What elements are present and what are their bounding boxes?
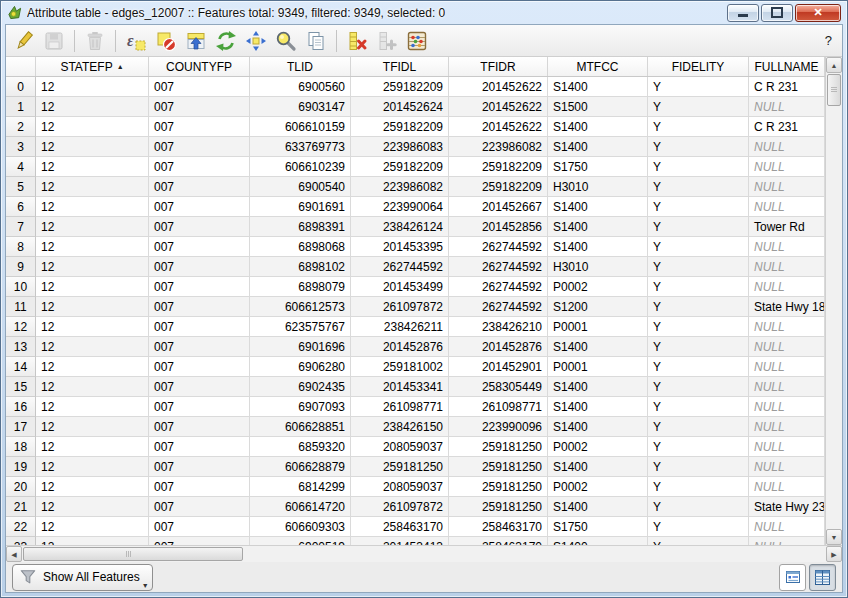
cell[interactable]: S1400	[548, 237, 648, 257]
cell[interactable]: 007	[149, 157, 250, 177]
cell[interactable]: NULL	[749, 157, 825, 177]
cell[interactable]: NULL	[749, 457, 825, 477]
cell[interactable]: 606628851	[250, 417, 351, 437]
cell[interactable]: 259181002	[351, 357, 449, 377]
cell[interactable]: 12	[36, 517, 149, 537]
column-header-fullname[interactable]: FULLNAME	[749, 57, 825, 76]
cell[interactable]: 6898391	[250, 217, 351, 237]
row-number[interactable]: 23	[6, 537, 36, 545]
cell[interactable]: 12	[36, 137, 149, 157]
cell[interactable]: 007	[149, 297, 250, 317]
cell[interactable]: 6900560	[250, 77, 351, 97]
cell[interactable]: C R 231	[749, 77, 825, 97]
cell[interactable]: S1400	[548, 457, 648, 477]
cell[interactable]: 223986082	[449, 137, 548, 157]
cell[interactable]: State Hwy 237	[749, 497, 825, 517]
cell[interactable]: 238426124	[351, 217, 449, 237]
row-number[interactable]: 5	[6, 177, 36, 197]
cell[interactable]: 223990096	[449, 417, 548, 437]
cell[interactable]: 258463170	[351, 517, 449, 537]
cell[interactable]: 262744592	[449, 277, 548, 297]
cell[interactable]: Y	[648, 257, 749, 277]
row-number[interactable]: 4	[6, 157, 36, 177]
cell[interactable]: NULL	[749, 257, 825, 277]
cell[interactable]: Y	[648, 77, 749, 97]
cell[interactable]: 12	[36, 117, 149, 137]
row-number[interactable]: 6	[6, 197, 36, 217]
cell[interactable]: 201452622	[449, 97, 548, 117]
scroll-left-button[interactable]: ◀	[6, 546, 22, 562]
cell[interactable]: 007	[149, 457, 250, 477]
toggle-editing-button[interactable]	[10, 28, 38, 54]
cell[interactable]: 6898079	[250, 277, 351, 297]
cell[interactable]: 6898068	[250, 237, 351, 257]
cell[interactable]: 007	[149, 497, 250, 517]
cell[interactable]: Y	[648, 357, 749, 377]
cell[interactable]: Y	[648, 137, 749, 157]
cell[interactable]: 12	[36, 277, 149, 297]
cell[interactable]: 007	[149, 357, 250, 377]
row-number[interactable]: 18	[6, 437, 36, 457]
cell[interactable]: 262744592	[351, 257, 449, 277]
delete-selected-button[interactable]	[81, 28, 109, 54]
help-button[interactable]: ?	[825, 33, 832, 48]
cell[interactable]: S1400	[548, 397, 648, 417]
cell[interactable]: S1400	[548, 77, 648, 97]
cell[interactable]: 261098771	[449, 397, 548, 417]
cell[interactable]: 007	[149, 337, 250, 357]
column-header-tfidl[interactable]: TFIDL	[351, 57, 449, 76]
new-column-button[interactable]	[373, 28, 401, 54]
cell[interactable]: 259181250	[449, 477, 548, 497]
titlebar[interactable]: Attribute table - edges_12007 :: Feature…	[1, 1, 847, 24]
row-number[interactable]: 3	[6, 137, 36, 157]
cell[interactable]: 259181250	[449, 457, 548, 477]
cell[interactable]: 007	[149, 437, 250, 457]
cell[interactable]: 12	[36, 97, 149, 117]
cell[interactable]: Y	[648, 197, 749, 217]
cell[interactable]: 606609303	[250, 517, 351, 537]
cell[interactable]: 12	[36, 397, 149, 417]
cell[interactable]: 201452622	[449, 117, 548, 137]
scroll-up-button[interactable]: ▲	[826, 57, 842, 73]
row-number[interactable]: 10	[6, 277, 36, 297]
show-all-features-button[interactable]: Show All Features ▼	[12, 564, 153, 591]
cell[interactable]: 007	[149, 477, 250, 497]
row-number[interactable]: 13	[6, 337, 36, 357]
cell[interactable]: 259181250	[449, 497, 548, 517]
table-view-toggle-button[interactable]	[809, 564, 836, 591]
cell[interactable]: 12	[36, 337, 149, 357]
zoom-to-selected-button[interactable]	[272, 28, 300, 54]
row-number[interactable]: 0	[6, 77, 36, 97]
delete-column-button[interactable]	[343, 28, 371, 54]
cell[interactable]: Y	[648, 237, 749, 257]
cell[interactable]: 223990064	[351, 197, 449, 217]
cell[interactable]: 606612573	[250, 297, 351, 317]
cell[interactable]: 259182209	[351, 157, 449, 177]
cell[interactable]: 201452624	[351, 97, 449, 117]
cell[interactable]: 007	[149, 277, 250, 297]
cell[interactable]: 6900519	[250, 537, 351, 545]
cell[interactable]: 201452622	[449, 77, 548, 97]
cell[interactable]: 007	[149, 117, 250, 137]
cell[interactable]: C R 231	[749, 117, 825, 137]
cell[interactable]: 261097872	[351, 497, 449, 517]
column-header-mtfcc[interactable]: MTFCC	[548, 57, 648, 76]
horizontal-scrollbar[interactable]: ◀ ▶	[6, 545, 842, 562]
cell[interactable]: 201452667	[449, 197, 548, 217]
cell[interactable]: Y	[648, 517, 749, 537]
vertical-scroll-track[interactable]	[826, 107, 842, 529]
cell[interactable]: 261098771	[351, 397, 449, 417]
cell[interactable]: Y	[648, 377, 749, 397]
cell[interactable]: 6907093	[250, 397, 351, 417]
row-number[interactable]: 22	[6, 517, 36, 537]
cell[interactable]: P0002	[548, 477, 648, 497]
minimize-button[interactable]	[727, 4, 759, 22]
scroll-down-button[interactable]: ▼	[826, 529, 842, 545]
cell[interactable]: S1400	[548, 377, 648, 397]
cell[interactable]: 201453413	[351, 537, 449, 545]
cell[interactable]: S1400	[548, 537, 648, 545]
row-number[interactable]: 11	[6, 297, 36, 317]
row-number[interactable]: 8	[6, 237, 36, 257]
cell[interactable]: NULL	[749, 417, 825, 437]
row-number[interactable]: 14	[6, 357, 36, 377]
